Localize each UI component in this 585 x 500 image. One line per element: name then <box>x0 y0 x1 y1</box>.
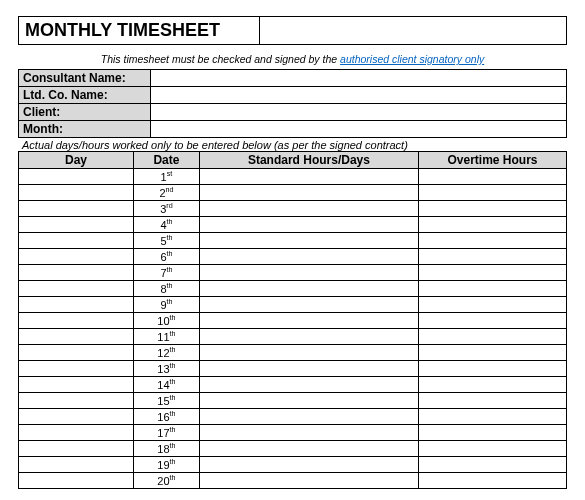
notice-link: authorised client signatory only <box>340 53 484 65</box>
table-row: 17th <box>19 425 567 441</box>
cell-standard-hours[interactable] <box>199 425 418 441</box>
cell-overtime-hours[interactable] <box>419 313 567 329</box>
table-row: 5th <box>19 233 567 249</box>
cell-standard-hours[interactable] <box>199 249 418 265</box>
table-row: 20th <box>19 473 567 489</box>
cell-overtime-hours[interactable] <box>419 217 567 233</box>
cell-date: 17th <box>134 425 200 441</box>
cell-date: 11th <box>134 329 200 345</box>
cell-day[interactable] <box>19 297 134 313</box>
cell-day[interactable] <box>19 185 134 201</box>
cell-day[interactable] <box>19 201 134 217</box>
table-row: 1st <box>19 169 567 185</box>
cell-day[interactable] <box>19 345 134 361</box>
cell-day[interactable] <box>19 265 134 281</box>
cell-overtime-hours[interactable] <box>419 393 567 409</box>
cell-standard-hours[interactable] <box>199 329 418 345</box>
cell-standard-hours[interactable] <box>199 457 418 473</box>
cell-overtime-hours[interactable] <box>419 185 567 201</box>
cell-overtime-hours[interactable] <box>419 457 567 473</box>
cell-standard-hours[interactable] <box>199 217 418 233</box>
cell-day[interactable] <box>19 249 134 265</box>
header-date: Date <box>134 152 200 169</box>
cell-date: 18th <box>134 441 200 457</box>
cell-standard-hours[interactable] <box>199 377 418 393</box>
title-block: MONTHLY TIMESHEET <box>18 16 567 45</box>
client-value[interactable] <box>150 104 566 121</box>
cell-date: 20th <box>134 473 200 489</box>
cell-overtime-hours[interactable] <box>419 473 567 489</box>
cell-day[interactable] <box>19 377 134 393</box>
cell-overtime-hours[interactable] <box>419 281 567 297</box>
notice-text: This timesheet must be checked and signe… <box>101 53 340 65</box>
cell-standard-hours[interactable] <box>199 361 418 377</box>
cell-standard-hours[interactable] <box>199 345 418 361</box>
cell-standard-hours[interactable] <box>199 297 418 313</box>
cell-day[interactable] <box>19 409 134 425</box>
cell-day[interactable] <box>19 393 134 409</box>
month-value[interactable] <box>150 121 566 138</box>
cell-day[interactable] <box>19 281 134 297</box>
cell-day[interactable] <box>19 361 134 377</box>
cell-standard-hours[interactable] <box>199 265 418 281</box>
cell-date: 10th <box>134 313 200 329</box>
cell-overtime-hours[interactable] <box>419 233 567 249</box>
cell-date: 15th <box>134 393 200 409</box>
cell-standard-hours[interactable] <box>199 409 418 425</box>
consultant-value[interactable] <box>150 70 566 87</box>
cell-standard-hours[interactable] <box>199 201 418 217</box>
cell-day[interactable] <box>19 441 134 457</box>
cell-standard-hours[interactable] <box>199 185 418 201</box>
cell-day[interactable] <box>19 233 134 249</box>
table-row: 13th <box>19 361 567 377</box>
cell-date: 3rd <box>134 201 200 217</box>
cell-standard-hours[interactable] <box>199 281 418 297</box>
header-standard-hours: Standard Hours/Days <box>199 152 418 169</box>
table-row: 19th <box>19 457 567 473</box>
table-row: 12th <box>19 345 567 361</box>
cell-overtime-hours[interactable] <box>419 265 567 281</box>
cell-date: 2nd <box>134 185 200 201</box>
cell-standard-hours[interactable] <box>199 313 418 329</box>
cell-standard-hours[interactable] <box>199 169 418 185</box>
cell-overtime-hours[interactable] <box>419 169 567 185</box>
table-row: 4th <box>19 217 567 233</box>
cell-date: 4th <box>134 217 200 233</box>
cell-standard-hours[interactable] <box>199 233 418 249</box>
table-row: 3rd <box>19 201 567 217</box>
cell-overtime-hours[interactable] <box>419 361 567 377</box>
cell-standard-hours[interactable] <box>199 393 418 409</box>
cell-date: 9th <box>134 297 200 313</box>
cell-day[interactable] <box>19 425 134 441</box>
month-label: Month: <box>19 121 151 138</box>
signing-notice: This timesheet must be checked and signe… <box>18 51 567 69</box>
table-row: 8th <box>19 281 567 297</box>
cell-date: 8th <box>134 281 200 297</box>
cell-overtime-hours[interactable] <box>419 441 567 457</box>
cell-day[interactable] <box>19 473 134 489</box>
cell-overtime-hours[interactable] <box>419 329 567 345</box>
cell-overtime-hours[interactable] <box>419 409 567 425</box>
cell-day[interactable] <box>19 329 134 345</box>
cell-date: 19th <box>134 457 200 473</box>
cell-date: 16th <box>134 409 200 425</box>
cell-overtime-hours[interactable] <box>419 345 567 361</box>
cell-overtime-hours[interactable] <box>419 249 567 265</box>
cell-standard-hours[interactable] <box>199 441 418 457</box>
cell-overtime-hours[interactable] <box>419 201 567 217</box>
company-value[interactable] <box>150 87 566 104</box>
cell-standard-hours[interactable] <box>199 473 418 489</box>
cell-overtime-hours[interactable] <box>419 425 567 441</box>
cell-overtime-hours[interactable] <box>419 297 567 313</box>
table-row: 18th <box>19 441 567 457</box>
table-row: 9th <box>19 297 567 313</box>
cell-day[interactable] <box>19 313 134 329</box>
cell-date: 5th <box>134 233 200 249</box>
cell-date: 7th <box>134 265 200 281</box>
table-row: 16th <box>19 409 567 425</box>
cell-day[interactable] <box>19 457 134 473</box>
cell-overtime-hours[interactable] <box>419 377 567 393</box>
cell-day[interactable] <box>19 217 134 233</box>
table-row: 6th <box>19 249 567 265</box>
cell-day[interactable] <box>19 169 134 185</box>
